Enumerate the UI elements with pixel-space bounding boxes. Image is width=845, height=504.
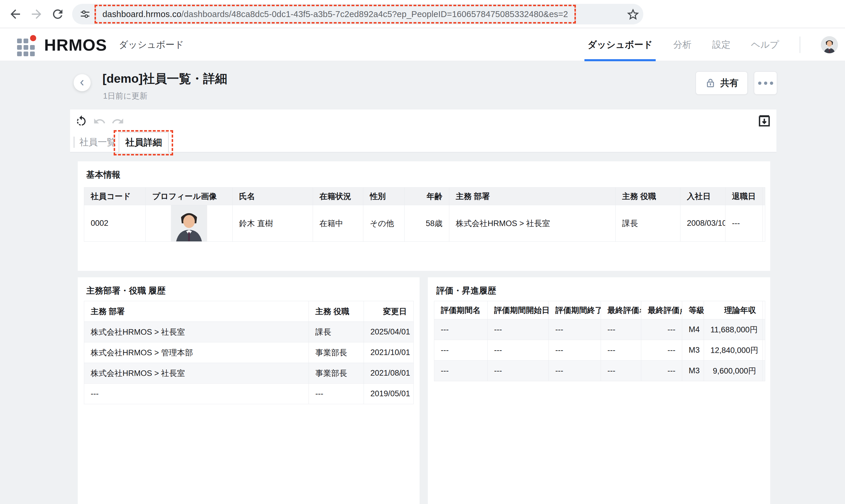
cell-grade: M3 [682,340,704,361]
tab-divider [74,137,74,148]
cell-sliver [763,320,765,340]
table-row: --- --- --- --- --- M4 11,688,000円 [434,320,765,340]
cell-grade: M4 [682,320,704,340]
cell-profile-photo [146,205,233,242]
cell-change-date: 2021/08/01 [364,363,414,383]
cell-eval-name: --- [601,361,641,381]
col-header: 性別 [363,187,404,205]
nav-item-help[interactable]: ヘルプ [751,28,779,61]
cell-status: 在籍中 [313,205,363,242]
cell-eval-start: --- [488,340,549,361]
dashboard-toolbar: 社員一覧 社員詳細 [70,109,776,152]
nav-item-dashboard[interactable]: ダッシュボード [587,28,652,61]
dashboard-sheet: 基本情報 社員コード プロフィール画像 氏名 在籍状況 性別 [70,152,776,504]
cell-eval-name: --- [601,340,641,361]
brand-logo[interactable]: HRMOS ダッシュボード [17,28,184,61]
cell-change-date: 2021/10/01 [364,342,414,363]
cell-eval-start: --- [488,320,549,340]
tab-employee-list[interactable]: 社員一覧 [79,132,116,152]
nav-divider [799,36,800,53]
col-header: 評価期間名 [434,301,488,320]
cell-eval-period: --- [434,340,488,361]
bookmark-star-icon[interactable] [627,8,640,21]
basic-info-table: 社員コード プロフィール画像 氏名 在籍状況 性別 年齢 主務 部署 主務 役職… [84,187,765,242]
screen: dashboard.hrmos.co/dashboards/48ca8dc5-0… [0,0,845,504]
cell-age: 58歳 [404,205,449,242]
brand-wordmark: HRMOS [44,35,107,54]
browser-reload-icon[interactable] [51,7,65,21]
cell-gender: その他 [363,205,404,242]
cell-eval-name: --- [601,320,641,340]
cell-department: 株式会社HRMOS > 管理本部 [84,342,309,363]
dashboard-container: 社員一覧 社員詳細 基本情報 社員 [70,109,776,504]
cell-position: 課長 [616,205,680,242]
cell-eval-end: --- [549,340,601,361]
nav-item-label: ヘルプ [751,39,779,51]
brand-product-label: ダッシュボード [119,39,184,51]
tab-label: 社員詳細 [125,136,162,149]
cell-eval-start: --- [488,361,549,381]
tab-employee-detail[interactable]: 社員詳細 [119,132,169,152]
cell-change-date: 2019/05/01 [364,383,414,404]
table-row: 株式会社HRMOS > 社長室 課長 2025/04/01 [84,322,414,342]
table-row: --- --- 2019/05/01 [84,383,414,404]
cell-eval-period: --- [434,361,488,381]
cell-salary: 9,600,000円 [704,361,763,381]
reset-icon[interactable] [75,115,88,128]
browser-back-icon[interactable] [8,7,22,21]
col-header: 最終評価名 [601,301,641,320]
table-row: --- --- --- --- --- M3 12,840,000円 [434,340,765,361]
col-header: 最終評価点 [641,301,682,320]
address-bar[interactable]: dashboard.hrmos.co/dashboards/48ca8dc5-0… [72,4,643,24]
cell-sliver [763,340,765,361]
url-text[interactable]: dashboard.hrmos.co/dashboards/48ca8dc5-0… [103,10,568,19]
share-button[interactable]: 共有 [696,71,748,95]
cell-sliver [763,205,765,242]
col-header: プロフィール画像 [146,187,233,205]
cell-hire-date: 2008/03/10 [680,205,725,242]
cell-eval-score: --- [641,361,682,381]
table-header-row: 主務 部署 主務 役職 変更日 [84,301,414,322]
panel-title: 基本情報 [86,169,121,181]
page-back-button[interactable] [74,74,91,91]
col-header: 年齢 [404,187,449,205]
eval-history-table: 評価期間名 評価期間開始日 評価期間終了日 最終評価名 最終評価点 等級 理論年… [434,301,765,381]
col-header: 変更日 [364,301,414,322]
cell-employee-code: 0002 [84,205,146,242]
col-header: 評価期間開始日 [488,301,549,320]
export-download-icon[interactable] [758,114,771,128]
cell-salary: 12,840,000円 [704,340,763,361]
share-button-label: 共有 [720,77,739,89]
undo-icon[interactable] [93,115,106,128]
panel-basic-info: 基本情報 社員コード プロフィール画像 氏名 在籍状況 性別 [78,161,770,271]
tab-label: 社員一覧 [79,136,116,148]
panel-title: 評価・昇進履歴 [436,285,496,297]
top-nav: ダッシュボード 分析 設定 ヘルプ [587,28,838,61]
hrmos-grid-logo-icon [17,35,36,54]
redo-icon[interactable] [111,115,124,128]
cell-change-date: 2025/04/01 [364,322,414,342]
cell-eval-score: --- [641,320,682,340]
table-row: --- --- --- --- --- M3 9,600,000円 [434,361,765,381]
cell-department: 株式会社HRMOS > 社長室 [449,205,616,242]
col-header: 氏名 [233,187,313,205]
cell-grade: M3 [682,361,704,381]
col-header: 主務 部署 [84,301,309,322]
cell-salary: 11,688,000円 [704,320,763,340]
page-updated-label: 1日前に更新 [103,91,147,101]
col-header: 在籍状況 [313,187,363,205]
more-options-button[interactable] [754,71,777,95]
user-avatar[interactable] [821,36,838,53]
url-path: /dashboards/48ca8dc5-0dc1-43f5-a3b5-7c2e… [181,10,568,19]
col-header: 主務 部署 [449,187,616,205]
col-header: 等級 [682,301,704,320]
cell-eval-end: --- [549,361,601,381]
browser-forward-icon[interactable] [30,7,43,21]
nav-item-settings[interactable]: 設定 [712,28,731,61]
col-header: 理論年収 [704,301,763,320]
app-header: HRMOS ダッシュボード ダッシュボード 分析 設定 ヘルプ [0,28,845,61]
site-settings-icon[interactable] [79,8,91,20]
panel-dept-history: 主務部署・役職 履歴 主務 部署 主務 役職 変更日 株式会社HRMOS > 社… [78,277,419,504]
employee-photo [152,205,226,241]
nav-item-analysis[interactable]: 分析 [673,28,691,61]
